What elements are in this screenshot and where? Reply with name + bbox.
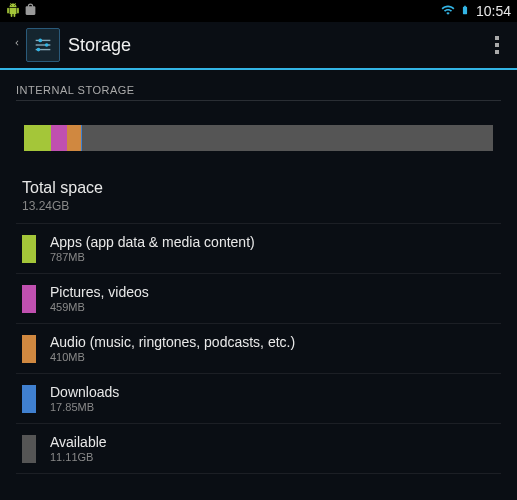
color-swatch-available xyxy=(22,435,36,463)
storage-row-label: Pictures, videos xyxy=(50,284,495,300)
total-space-value: 13.24GB xyxy=(22,199,495,213)
storage-row-downloads[interactable]: Downloads17.85MB xyxy=(16,374,501,424)
color-swatch-apps xyxy=(22,235,36,263)
storage-row-size: 787MB xyxy=(50,251,495,263)
action-bar: Storage xyxy=(0,22,517,70)
settings-sliders-icon[interactable] xyxy=(26,28,60,62)
storage-row-size: 410MB xyxy=(50,351,495,363)
status-bar: 10:54 xyxy=(0,0,517,22)
svg-point-1 xyxy=(38,39,42,43)
storage-row-size: 11.11GB xyxy=(50,451,495,463)
usage-segment-apps xyxy=(24,125,51,151)
storage-row-audio[interactable]: Audio (music, ringtones, podcasts, etc.)… xyxy=(16,324,501,374)
page-title: Storage xyxy=(68,35,485,56)
usage-segment-available xyxy=(82,125,476,151)
total-space-row[interactable]: Total space 13.24GB xyxy=(16,179,501,224)
usage-segment-pictures-videos xyxy=(51,125,67,151)
storage-row-available[interactable]: Available11.11GB xyxy=(16,424,501,474)
storage-row-size: 459MB xyxy=(50,301,495,313)
shop-notification-icon xyxy=(24,3,37,19)
usage-bar-container xyxy=(16,101,501,179)
battery-icon xyxy=(460,2,470,21)
total-space-label: Total space xyxy=(22,179,495,197)
color-swatch-downloads xyxy=(22,385,36,413)
storage-row-apps[interactable]: Apps (app data & media content)787MB xyxy=(16,224,501,274)
storage-row-size: 17.85MB xyxy=(50,401,495,413)
svg-point-3 xyxy=(45,43,49,47)
storage-row-label: Apps (app data & media content) xyxy=(50,234,495,250)
color-swatch-pictures xyxy=(22,285,36,313)
android-notification-icon xyxy=(6,3,20,20)
storage-row-label: Audio (music, ringtones, podcasts, etc.) xyxy=(50,334,495,350)
content-area: INTERNAL STORAGE Total space 13.24GB App… xyxy=(0,70,517,474)
svg-point-5 xyxy=(37,48,41,52)
section-header: INTERNAL STORAGE xyxy=(16,78,501,101)
clock-text: 10:54 xyxy=(476,3,511,19)
wifi-icon xyxy=(440,3,456,20)
storage-row-label: Available xyxy=(50,434,495,450)
storage-usage-bar[interactable] xyxy=(24,125,493,151)
usage-segment-audio xyxy=(67,125,81,151)
back-chevron-icon[interactable] xyxy=(8,35,26,56)
overflow-menu-button[interactable] xyxy=(485,33,509,57)
storage-row-pictures[interactable]: Pictures, videos459MB xyxy=(16,274,501,324)
color-swatch-audio xyxy=(22,335,36,363)
storage-row-label: Downloads xyxy=(50,384,495,400)
